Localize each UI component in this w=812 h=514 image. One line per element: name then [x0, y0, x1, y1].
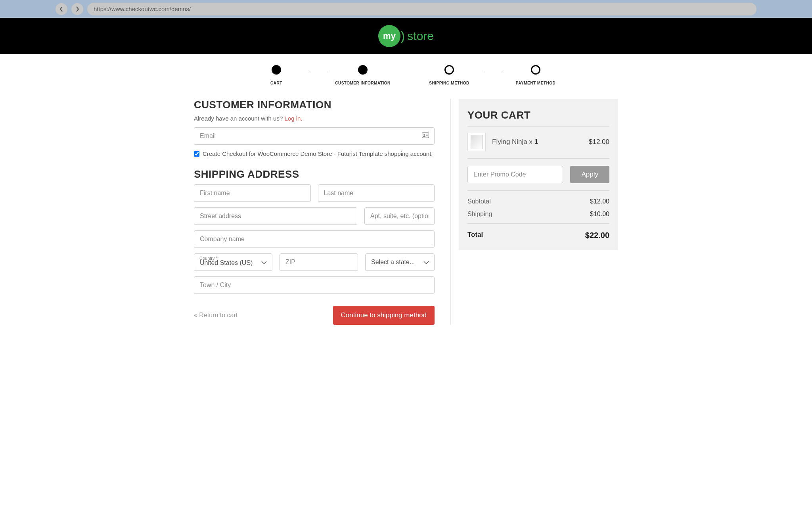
country-label: Country *	[199, 256, 218, 261]
email-field[interactable]	[194, 127, 435, 145]
cart-item: Flying Ninja x 1 $12.00	[467, 133, 609, 159]
subtotal-label: Subtotal	[467, 198, 491, 205]
step-shipping-method[interactable]: SHIPPING METHOD	[416, 65, 483, 85]
site-logo[interactable]: my ) store	[378, 25, 434, 47]
promo-code-field[interactable]	[467, 166, 563, 183]
contact-card-icon	[422, 132, 429, 140]
customer-info-heading: CUSTOMER INFORMATION	[194, 99, 435, 111]
step-label: PAYMENT METHOD	[516, 81, 555, 85]
state-select[interactable]: Select a state...	[365, 253, 435, 271]
account-prompt: Already have an account with us? Log in.	[194, 115, 435, 122]
step-connector	[396, 70, 416, 70]
svg-point-1	[423, 134, 425, 136]
continue-button[interactable]: Continue to shipping method	[333, 306, 435, 325]
account-prompt-text: Already have an account with us?	[194, 115, 284, 122]
total-value: $22.00	[585, 231, 609, 240]
step-label: CART	[270, 81, 282, 85]
cart-item-name-text: Flying Ninja x	[492, 138, 534, 146]
browser-back-button[interactable]	[56, 3, 67, 15]
step-label: CUSTOMER INFORMATION	[335, 81, 391, 85]
browser-url-text: https://www.checkoutwc.com/demos/	[94, 6, 191, 12]
cart-sidebar: YOUR CART Flying Ninja x 1 $12.00 Apply …	[459, 99, 618, 250]
site-header: my ) store	[0, 18, 812, 54]
first-name-field[interactable]	[194, 184, 311, 202]
apply-promo-button[interactable]: Apply	[570, 166, 609, 183]
step-label: SHIPPING METHOD	[429, 81, 469, 85]
subtotal-value: $12.00	[590, 198, 609, 205]
chevron-right-icon	[75, 6, 79, 12]
shipping-label: Shipping	[467, 211, 492, 218]
chevron-left-icon	[59, 6, 63, 12]
cart-item-thumbnail	[467, 133, 486, 151]
state-placeholder: Select a state...	[371, 259, 415, 266]
browser-url-bar[interactable]: https://www.checkoutwc.com/demos/	[87, 3, 756, 15]
return-to-cart-link[interactable]: « Return to cart	[194, 312, 237, 319]
apt-suite-field[interactable]	[364, 207, 435, 225]
create-account-checkbox-row[interactable]: Create Checkout for WooCommerce Demo Sto…	[194, 150, 435, 157]
login-link[interactable]: Log in.	[284, 115, 302, 122]
create-account-label: Create Checkout for WooCommerce Demo Sto…	[203, 150, 433, 157]
totals-divider	[467, 223, 609, 224]
street-address-field[interactable]	[194, 207, 357, 225]
step-customer-info[interactable]: CUSTOMER INFORMATION	[329, 65, 396, 85]
logo-text: store	[407, 29, 434, 43]
step-cart[interactable]: CART	[243, 65, 310, 85]
cart-heading: YOUR CART	[467, 109, 609, 127]
browser-chrome: https://www.checkoutwc.com/demos/	[0, 0, 812, 18]
cart-item-name: Flying Ninja x 1	[492, 138, 582, 146]
company-field[interactable]	[194, 230, 435, 248]
step-connector	[310, 70, 329, 70]
step-circle-empty	[531, 65, 540, 75]
last-name-field[interactable]	[318, 184, 435, 202]
shipping-value: $10.00	[590, 211, 609, 218]
step-circle-filled	[272, 65, 281, 75]
logo-circle-text: my	[383, 31, 396, 41]
browser-forward-button[interactable]	[71, 3, 83, 15]
step-connector	[483, 70, 502, 70]
step-circle-filled	[358, 65, 368, 75]
step-payment-method[interactable]: PAYMENT METHOD	[502, 65, 569, 85]
zip-field[interactable]	[280, 253, 358, 271]
step-circle-empty	[444, 65, 454, 75]
create-account-checkbox[interactable]	[194, 151, 199, 157]
logo-circle: my	[378, 25, 400, 47]
cart-item-qty: 1	[534, 138, 538, 146]
cart-item-price: $12.00	[589, 138, 609, 146]
checkout-stepper: CART CUSTOMER INFORMATION SHIPPING METHO…	[0, 54, 812, 89]
shipping-address-heading: SHIPPING ADDRESS	[194, 168, 435, 180]
total-label: Total	[467, 231, 483, 240]
city-field[interactable]	[194, 276, 435, 294]
